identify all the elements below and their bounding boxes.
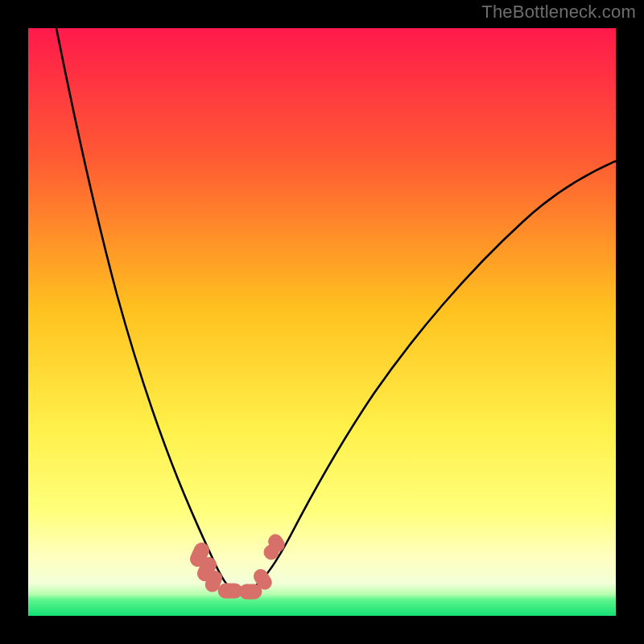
bottleneck-chart-svg [28, 28, 616, 616]
marker-bottom-1 [218, 584, 242, 598]
gradient-background [28, 28, 616, 616]
watermark-text: TheBottleneck.com [481, 2, 636, 23]
chart-frame: TheBottleneck.com [0, 0, 644, 644]
plot-area [28, 28, 616, 616]
marker-bottom-2 [239, 584, 262, 599]
